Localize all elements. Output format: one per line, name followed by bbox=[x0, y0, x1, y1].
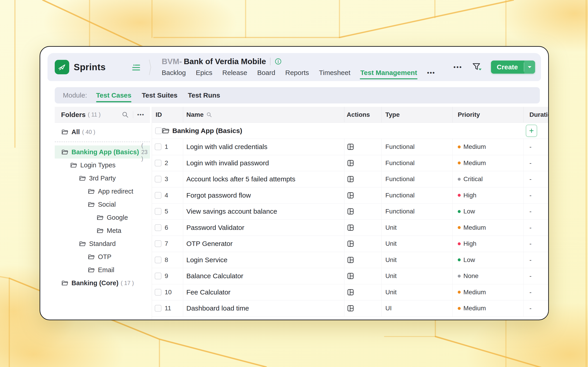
row-checkbox[interactable] bbox=[155, 289, 162, 296]
row-id-value: 4 bbox=[165, 192, 168, 199]
group-row[interactable]: Banking App (Basics) + bbox=[152, 123, 548, 139]
cell-name[interactable]: Login with valid credentials bbox=[183, 139, 344, 155]
table-row[interactable]: 3Account locks after 5 failed attemptsFu… bbox=[152, 171, 548, 187]
test-steps-icon[interactable] bbox=[347, 224, 355, 232]
table-row[interactable]: 9Balance CalculatorUnitNone- bbox=[152, 268, 548, 284]
nav-tab-reports[interactable]: Reports bbox=[285, 69, 309, 76]
cell-name[interactable]: View savings account balance bbox=[183, 203, 344, 219]
table-row[interactable]: 1Login with valid credentialsFunctionalM… bbox=[152, 139, 548, 155]
row-checkbox[interactable] bbox=[155, 240, 162, 247]
nav-tabs-more-button[interactable]: ••• bbox=[427, 69, 435, 76]
row-id-value: 11 bbox=[165, 305, 171, 312]
table-row[interactable]: 6Password ValidatorUnitMedium- bbox=[152, 220, 548, 236]
cell-duration: - bbox=[523, 139, 548, 155]
row-checkbox[interactable] bbox=[155, 143, 162, 150]
table-row[interactable]: 2Login with invalid passwordFunctionalMe… bbox=[152, 155, 548, 171]
create-dropdown-button[interactable] bbox=[524, 60, 535, 74]
cell-name[interactable]: Fee Calculator bbox=[183, 284, 344, 300]
test-steps-icon[interactable] bbox=[347, 256, 355, 264]
folder-search-icon[interactable] bbox=[122, 111, 129, 118]
test-steps-icon[interactable] bbox=[347, 192, 355, 199]
test-steps-icon[interactable] bbox=[347, 143, 355, 151]
cell-id: 5 bbox=[152, 203, 183, 219]
column-header-actions[interactable]: Actions bbox=[344, 107, 381, 122]
chevron-divider-icon[interactable] bbox=[148, 59, 152, 76]
row-checkbox[interactable] bbox=[155, 192, 162, 199]
folder-item[interactable]: Login Types bbox=[55, 158, 150, 172]
nav-tab-release[interactable]: Release bbox=[222, 69, 247, 76]
folder-item[interactable]: Meta bbox=[55, 224, 150, 237]
test-steps-icon[interactable] bbox=[347, 159, 355, 167]
cell-duration: - bbox=[523, 268, 548, 284]
cell-actions bbox=[344, 236, 381, 252]
cell-name[interactable]: OTP Generator bbox=[183, 236, 344, 252]
folder-item[interactable]: OTP bbox=[55, 250, 150, 263]
cell-name[interactable]: Account locks after 5 failed attempts bbox=[183, 171, 344, 187]
collapse-panel-icon[interactable] bbox=[132, 63, 141, 72]
paper-plane-icon bbox=[57, 62, 67, 72]
more-actions-button[interactable]: ••• bbox=[453, 64, 462, 71]
cell-name[interactable]: Dashboard load time bbox=[183, 300, 344, 317]
module-tabs: Test CasesTest SuitesTest Runs bbox=[96, 87, 220, 103]
info-icon[interactable] bbox=[275, 58, 282, 65]
row-checkbox[interactable] bbox=[155, 257, 162, 263]
column-header-duration[interactable]: Duration bbox=[523, 107, 549, 122]
priority-dot bbox=[458, 194, 461, 197]
folder-item[interactable]: 3rd Party bbox=[55, 172, 150, 185]
folder-item-label: Google bbox=[107, 214, 128, 221]
folder-item[interactable]: Standard bbox=[55, 237, 150, 250]
priority-dot bbox=[458, 145, 461, 148]
folder-item[interactable]: App redirect bbox=[55, 185, 150, 198]
test-steps-icon[interactable] bbox=[347, 288, 355, 296]
row-checkbox[interactable] bbox=[155, 176, 162, 183]
nav-tab-epics[interactable]: Epics bbox=[196, 69, 212, 76]
folder-item[interactable]: Banking App (Basics)( 23 ) bbox=[55, 145, 150, 158]
row-checkbox[interactable] bbox=[155, 208, 162, 215]
table-row[interactable]: 11Dashboard load timeUIMedium- bbox=[152, 300, 548, 317]
table-row[interactable]: 5View savings account balanceFunctionalL… bbox=[152, 203, 548, 220]
folder-item[interactable]: Email bbox=[55, 263, 150, 276]
filter-icon[interactable] bbox=[472, 62, 482, 72]
table-row[interactable]: 8Login ServiceUnitLow- bbox=[152, 252, 548, 268]
priority-dot bbox=[458, 275, 461, 278]
folder-item[interactable]: Social bbox=[55, 198, 150, 211]
cell-name[interactable]: Password Validator bbox=[183, 220, 344, 236]
row-checkbox[interactable] bbox=[155, 224, 162, 231]
cell-name[interactable]: Login with invalid password bbox=[183, 155, 344, 171]
module-tab-test-suites[interactable]: Test Suites bbox=[142, 87, 178, 103]
cell-priority: Medium bbox=[452, 300, 523, 317]
row-checkbox[interactable] bbox=[155, 160, 162, 167]
test-steps-icon[interactable] bbox=[347, 272, 355, 280]
module-tab-test-cases[interactable]: Test Cases bbox=[96, 87, 131, 103]
folder-item[interactable]: Google bbox=[55, 211, 150, 224]
column-header-priority[interactable]: Priority bbox=[452, 107, 523, 122]
nav-tab-board[interactable]: Board bbox=[257, 69, 275, 76]
test-steps-icon[interactable] bbox=[347, 304, 355, 312]
create-button[interactable]: Create bbox=[491, 60, 535, 74]
column-header-name[interactable]: Name bbox=[183, 107, 344, 122]
nav-tab-backlog[interactable]: Backlog bbox=[162, 69, 186, 76]
table-row[interactable]: 4Forgot password flowFunctionalHigh- bbox=[152, 187, 548, 204]
module-tab-test-runs[interactable]: Test Runs bbox=[188, 87, 220, 103]
sprints-logo[interactable] bbox=[55, 60, 69, 74]
row-checkbox[interactable] bbox=[155, 273, 162, 279]
test-steps-icon[interactable] bbox=[347, 175, 355, 183]
cell-name[interactable]: Login Service bbox=[183, 252, 344, 268]
test-steps-icon[interactable] bbox=[347, 240, 355, 248]
cell-name[interactable]: Balance Calculator bbox=[183, 268, 344, 284]
nav-tab-test-management[interactable]: Test Management bbox=[360, 69, 417, 76]
group-folder-icon bbox=[162, 128, 170, 134]
add-test-case-button[interactable]: + bbox=[526, 125, 537, 137]
cell-name[interactable]: Forgot password flow bbox=[183, 187, 344, 203]
folder-item[interactable]: All( 40 ) bbox=[55, 125, 150, 138]
nav-tab-timesheet[interactable]: Timesheet bbox=[319, 69, 350, 76]
table-row[interactable]: 7OTP GeneratorUnitHigh- bbox=[152, 236, 548, 252]
column-header-id[interactable]: ID bbox=[152, 107, 183, 122]
column-header-type[interactable]: Type bbox=[381, 107, 452, 122]
table-row[interactable]: 10Fee CalculatorUnitMedium- bbox=[152, 284, 548, 300]
group-checkbox[interactable] bbox=[155, 127, 162, 134]
folders-more-button[interactable]: ••• bbox=[137, 112, 145, 118]
test-steps-icon[interactable] bbox=[347, 208, 355, 215]
folder-item[interactable]: Banking (Core)( 17 ) bbox=[55, 276, 150, 290]
row-checkbox[interactable] bbox=[155, 305, 162, 312]
